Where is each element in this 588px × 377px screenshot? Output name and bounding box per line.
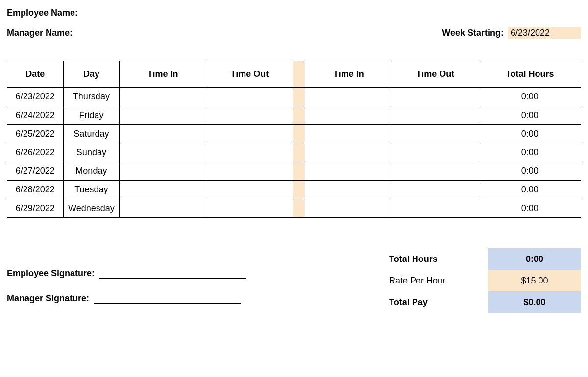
rate-row: Rate Per Hour $15.00 [385,270,581,291]
cell-total: 0:00 [479,88,581,106]
cell-time-out-2[interactable] [392,143,479,162]
week-starting-label: Week Starting: [442,28,504,38]
employee-signature-row: Employee Signature: [7,268,385,279]
cell-gap [293,88,305,106]
cell-total: 0:00 [479,162,581,181]
cell-total: 0:00 [479,199,581,218]
cell-time-in-1[interactable] [120,162,206,181]
totals-block: Total Hours 0:00 Rate Per Hour $15.00 To… [385,248,581,313]
cell-time-in-1[interactable] [120,143,206,162]
cell-gap [293,199,305,218]
col-header-total: Total Hours [479,61,581,88]
cell-time-out-2[interactable] [392,125,479,143]
table-row: 6/25/2022Saturday0:00 [7,125,581,143]
cell-gap [293,162,305,181]
cell-time-out-1[interactable] [206,181,293,199]
cell-time-out-2[interactable] [392,181,479,199]
cell-time-out-1[interactable] [206,199,293,218]
cell-day: Monday [63,162,120,181]
cell-gap [293,125,305,143]
manager-signature-row: Manager Signature: [7,293,385,304]
cell-time-out-1[interactable] [206,125,293,143]
cell-total: 0:00 [479,181,581,199]
total-pay-row: Total Pay $0.00 [385,291,581,313]
rate-label: Rate Per Hour [385,270,488,291]
total-pay-value: $0.00 [488,291,581,313]
cell-day: Sunday [63,143,120,162]
col-header-day: Day [63,61,120,88]
employee-signature-label: Employee Signature: [7,268,95,279]
cell-gap [293,143,305,162]
cell-time-in-2[interactable] [305,181,392,199]
col-header-time-in-1: Time In [120,61,206,88]
table-row: 6/29/2022Wednesday0:00 [7,199,581,218]
cell-time-in-1[interactable] [120,125,206,143]
total-hours-label: Total Hours [385,248,488,270]
cell-day: Wednesday [63,199,120,218]
manager-signature-line[interactable] [94,293,241,304]
cell-date: 6/28/2022 [7,181,64,199]
cell-date: 6/25/2022 [7,125,64,143]
col-header-time-in-2: Time In [305,61,392,88]
cell-date: 6/27/2022 [7,162,64,181]
col-header-gap [293,61,305,88]
col-header-time-out-1: Time Out [206,61,293,88]
cell-time-in-2[interactable] [305,106,392,125]
cell-date: 6/23/2022 [7,88,64,106]
cell-time-in-2[interactable] [305,199,392,218]
cell-day: Saturday [63,125,120,143]
cell-time-out-1[interactable] [206,143,293,162]
cell-gap [293,106,305,125]
cell-total: 0:00 [479,125,581,143]
cell-time-in-1[interactable] [120,88,206,106]
cell-time-in-1[interactable] [120,181,206,199]
signature-block: Employee Signature: Manager Signature: [7,248,385,318]
employee-name-row: Employee Name: [7,8,581,18]
cell-date: 6/29/2022 [7,199,64,218]
total-hours-value: 0:00 [488,248,581,270]
total-pay-label: Total Pay [385,291,488,313]
cell-time-out-1[interactable] [206,162,293,181]
col-header-time-out-2: Time Out [392,61,479,88]
cell-day: Tuesday [63,181,120,199]
table-row: 6/23/2022Thursday0:00 [7,88,581,106]
manager-week-row: Manager Name: Week Starting: 6/23/2022 [7,27,581,39]
cell-time-out-2[interactable] [392,106,479,125]
employee-signature-line[interactable] [99,268,246,279]
cell-gap [293,181,305,199]
cell-total: 0:00 [479,106,581,125]
cell-day: Thursday [63,88,120,106]
rate-value[interactable]: $15.00 [488,270,581,291]
footer: Employee Signature: Manager Signature: T… [7,248,581,318]
cell-time-out-2[interactable] [392,162,479,181]
manager-name-label: Manager Name: [7,28,73,38]
table-row: 6/26/2022Sunday0:00 [7,143,581,162]
cell-date: 6/24/2022 [7,106,64,125]
employee-name-label: Employee Name: [7,8,78,18]
cell-time-out-2[interactable] [392,199,479,218]
cell-time-in-2[interactable] [305,125,392,143]
timesheet-table: Date Day Time In Time Out Time In Time O… [7,61,581,218]
week-starting-value[interactable]: 6/23/2022 [508,27,581,39]
cell-time-in-1[interactable] [120,199,206,218]
table-row: 6/27/2022Monday0:00 [7,162,581,181]
cell-date: 6/26/2022 [7,143,64,162]
cell-time-in-1[interactable] [120,106,206,125]
table-body: 6/23/2022Thursday0:006/24/2022Friday0:00… [7,88,581,218]
cell-time-in-2[interactable] [305,143,392,162]
cell-time-in-2[interactable] [305,162,392,181]
table-row: 6/24/2022Friday0:00 [7,106,581,125]
manager-signature-label: Manager Signature: [7,293,89,304]
col-header-date: Date [7,61,64,88]
cell-time-out-1[interactable] [206,106,293,125]
cell-time-out-1[interactable] [206,88,293,106]
cell-time-out-2[interactable] [392,88,479,106]
total-hours-row: Total Hours 0:00 [385,248,581,270]
table-header-row: Date Day Time In Time Out Time In Time O… [7,61,581,88]
table-row: 6/28/2022Tuesday0:00 [7,181,581,199]
cell-total: 0:00 [479,143,581,162]
cell-day: Friday [63,106,120,125]
cell-time-in-2[interactable] [305,88,392,106]
